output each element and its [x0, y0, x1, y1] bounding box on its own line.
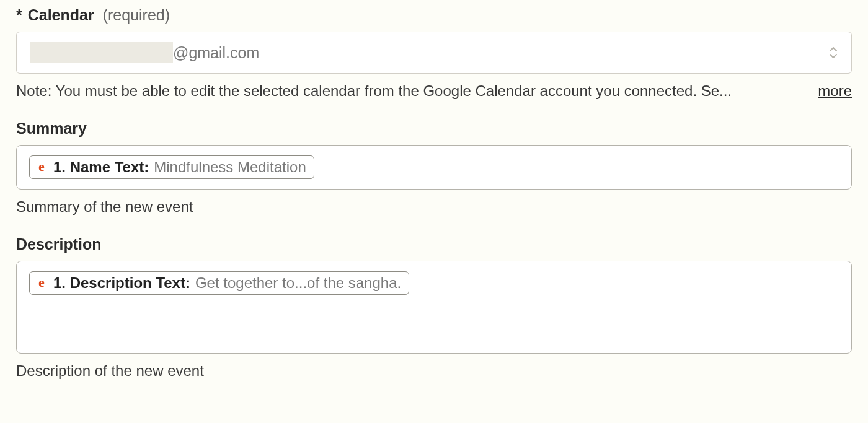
- description-input[interactable]: e 1. Description Text: Get together to..…: [16, 261, 852, 354]
- eventbrite-icon: e: [35, 276, 48, 290]
- description-label-row: Description: [16, 235, 852, 253]
- description-field: Description e 1. Description Text: Get t…: [16, 235, 852, 380]
- required-tag: (required): [103, 6, 170, 24]
- redacted-segment: [30, 42, 173, 63]
- calendar-label: Calendar: [28, 6, 94, 24]
- required-star: * Calendar: [16, 6, 94, 24]
- summary-input[interactable]: e 1. Name Text: Mindfulness Meditation: [16, 145, 852, 190]
- calendar-value-suffix: @gmail.com: [173, 44, 259, 62]
- summary-helper: Summary of the new event: [16, 198, 852, 216]
- eventbrite-icon: e: [35, 160, 48, 174]
- calendar-note: Note: You must be able to edit the selec…: [16, 82, 732, 100]
- more-link[interactable]: more: [818, 82, 852, 100]
- select-chevrons-icon: [829, 47, 838, 58]
- summary-field: Summary e 1. Name Text: Mindfulness Medi…: [16, 120, 852, 216]
- summary-pill-label: 1. Name Text:: [53, 159, 149, 176]
- summary-pill[interactable]: e 1. Name Text: Mindfulness Meditation: [29, 155, 314, 179]
- calendar-field: * Calendar (required) @gmail.com Note: Y…: [16, 6, 852, 100]
- summary-pill-value: Mindfulness Meditation: [154, 159, 306, 176]
- description-helper: Description of the new event: [16, 362, 852, 380]
- summary-label: Summary: [16, 120, 87, 137]
- calendar-help-row: Note: You must be able to edit the selec…: [16, 82, 852, 100]
- description-pill[interactable]: e 1. Description Text: Get together to..…: [29, 271, 409, 295]
- description-pill-label: 1. Description Text:: [53, 274, 190, 292]
- summary-label-row: Summary: [16, 120, 852, 137]
- calendar-select[interactable]: @gmail.com: [16, 32, 852, 74]
- description-label: Description: [16, 235, 102, 253]
- calendar-select-value: @gmail.com: [30, 42, 259, 63]
- description-pill-value: Get together to...of the sangha.: [195, 274, 401, 292]
- calendar-label-row: * Calendar (required): [16, 6, 852, 24]
